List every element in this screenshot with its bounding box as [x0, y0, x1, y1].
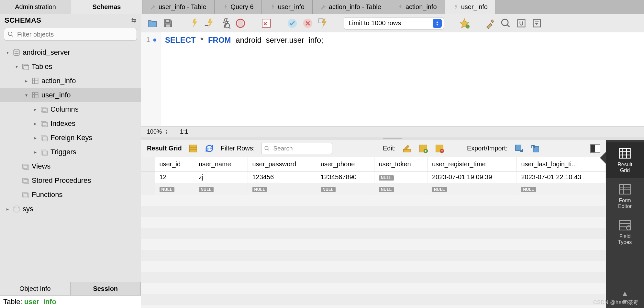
table-cell[interactable]: 12: [155, 171, 194, 183]
tab-schemas[interactable]: Schemas: [71, 0, 142, 14]
table-cell[interactable]: 2023-07-01 19:09:39: [427, 171, 516, 183]
column-header[interactable]: user_phone: [316, 157, 374, 171]
editor-tab[interactable]: action_info: [389, 0, 445, 14]
table-cell[interactable]: NULL: [155, 183, 194, 195]
tree-node[interactable]: Views: [0, 159, 141, 173]
rollback-icon[interactable]: [302, 18, 313, 29]
table-row[interactable]: NULLNULLNULLNULLNULLNULLNULL: [141, 183, 606, 195]
refresh-icon[interactable]: ⇆: [131, 17, 137, 24]
column-header[interactable]: user_last_login_ti...: [516, 157, 606, 171]
save-icon[interactable]: [162, 18, 173, 29]
editor-tab[interactable]: user_info: [262, 0, 313, 14]
row-limit-select[interactable]: Limit to 1000 rows ▲▼: [344, 17, 444, 29]
panel-scroll-icon[interactable]: ▲▼: [621, 289, 628, 308]
execute-current-icon[interactable]: [204, 18, 215, 29]
table-cell[interactable]: NULL: [316, 183, 374, 195]
table-cell[interactable]: 123456: [248, 171, 316, 183]
find-icon[interactable]: [500, 18, 511, 29]
invisible-chars-icon[interactable]: [516, 18, 527, 29]
result-grid[interactable]: user_iduser_nameuser_passworduser_phoneu…: [141, 157, 606, 308]
table-row[interactable]: 12zj1234561234567890NULL2023-07-01 19:09…: [141, 171, 606, 183]
status-line: Table: user_info: [0, 295, 141, 308]
autocommit-icon[interactable]: [318, 18, 329, 29]
wrap-icon[interactable]: [531, 18, 542, 29]
tree-table-action-info[interactable]: ▸ action_info: [0, 74, 141, 88]
panel-form-editor[interactable]: Form Editor: [606, 178, 644, 214]
tab-administration[interactable]: Administration: [0, 0, 71, 14]
tab-object-info[interactable]: Object Info: [0, 282, 71, 295]
table-cell[interactable]: 1234567890: [316, 171, 374, 183]
svg-rect-56: [619, 184, 630, 194]
column-header[interactable]: user_password: [248, 157, 316, 171]
edit-row-icon[interactable]: [402, 144, 412, 153]
panel-result-grid[interactable]: Result Grid: [606, 142, 644, 178]
svg-text:✕: ✕: [263, 21, 267, 27]
export-import-label: Export/Import:: [467, 145, 508, 152]
filter-objects-input[interactable]: [4, 28, 137, 41]
tree-node[interactable]: ▸Triggers: [0, 145, 141, 159]
grid-view-icon[interactable]: [188, 144, 198, 153]
tree-table-user-info[interactable]: ▾ user_info: [0, 88, 141, 102]
svg-rect-24: [166, 19, 169, 22]
svg-rect-12: [43, 123, 48, 127]
splitter-horizontal[interactable]: [141, 137, 644, 140]
import-icon[interactable]: [530, 144, 540, 153]
tree-table-label: action_info: [41, 77, 76, 85]
delete-row-icon[interactable]: [435, 144, 444, 153]
sql-editor[interactable]: 1● SELECT * FROM android_server.user_inf…: [141, 32, 644, 126]
tree-db-sys[interactable]: ▸ sys: [0, 202, 141, 216]
column-header[interactable]: user_register_time: [427, 157, 516, 171]
table-cell[interactable]: NULL: [374, 171, 427, 183]
editor-tab[interactable]: action_info - Table: [313, 0, 389, 14]
folder-icon: [21, 162, 30, 170]
table-cell[interactable]: NULL: [194, 183, 248, 195]
svg-rect-3: [32, 78, 38, 83]
favorite-icon[interactable]: [459, 18, 470, 29]
table-cell[interactable]: NULL: [516, 183, 606, 195]
column-header[interactable]: user_id: [155, 157, 194, 171]
tab-session[interactable]: Session: [71, 282, 141, 295]
open-file-icon[interactable]: [147, 18, 158, 29]
add-row-icon[interactable]: [418, 144, 428, 153]
table-cell[interactable]: NULL: [248, 183, 316, 195]
no-limit-icon[interactable]: ✕: [261, 18, 272, 29]
folder-icon: [40, 119, 49, 128]
svg-rect-17: [22, 164, 27, 169]
panel-field-types[interactable]: Field Types: [606, 214, 644, 250]
execute-icon[interactable]: [188, 18, 199, 29]
tree-db-android-server[interactable]: ▾ android_server: [0, 45, 141, 60]
tree-node[interactable]: Stored Procedures: [0, 173, 141, 188]
filter-rows-input[interactable]: [261, 143, 332, 154]
tree-node[interactable]: ▸Columns: [0, 102, 141, 116]
result-toolbar: Result Grid Filter Rows: Edit: Export/Im…: [141, 140, 606, 157]
table-cell[interactable]: NULL: [374, 183, 427, 195]
table-cell[interactable]: NULL: [427, 183, 516, 195]
table-cell[interactable]: 2023-07-01 22:10:43: [516, 171, 606, 183]
refresh-icon[interactable]: [205, 144, 214, 153]
tree-tables[interactable]: ▾ Tables: [0, 60, 141, 74]
table-cell[interactable]: zj: [194, 171, 248, 183]
schema-tree[interactable]: ▾ android_server ▾ Tables ▸ action_info …: [0, 44, 141, 282]
tree-node[interactable]: ▸Indexes: [0, 116, 141, 131]
zoom-level[interactable]: 100%▲▼: [141, 126, 174, 137]
editor-tab[interactable]: user_info: [445, 0, 496, 14]
editor-tab[interactable]: Query 6: [215, 0, 262, 14]
folder-icon: [21, 176, 30, 185]
tree-node[interactable]: ▸Foreign Keys: [0, 131, 141, 145]
tree-table-label: user_info: [41, 91, 71, 99]
commit-icon[interactable]: [287, 18, 298, 29]
svg-rect-13: [41, 136, 46, 140]
beautify-icon[interactable]: [485, 18, 496, 29]
tree-db-label: android_server: [23, 48, 70, 57]
wrap-cell-toggle[interactable]: [590, 144, 600, 153]
column-header[interactable]: user_token: [374, 157, 427, 171]
explain-icon[interactable]: [219, 18, 230, 29]
tree-node[interactable]: Functions: [0, 188, 141, 202]
column-header[interactable]: user_name: [194, 157, 248, 171]
svg-rect-26: [205, 25, 208, 26]
svg-rect-6: [32, 92, 38, 98]
svg-rect-30: [239, 20, 242, 26]
export-icon[interactable]: [514, 144, 524, 153]
stop-icon[interactable]: [235, 18, 246, 29]
editor-tab[interactable]: user_info - Table: [142, 0, 215, 14]
